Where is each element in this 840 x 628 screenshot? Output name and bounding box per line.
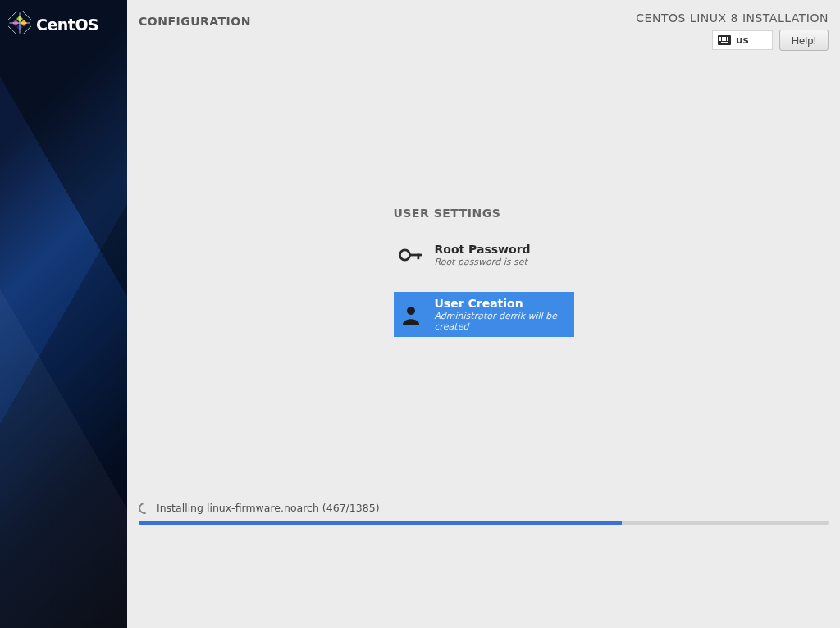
footer: Installing linux-firmware.noarch (467/13… — [139, 502, 829, 525]
progress-bar — [139, 521, 829, 525]
keyboard-layout-label: us — [736, 34, 749, 46]
centos-logo-icon — [8, 11, 31, 38]
content: USER SETTINGS Root Password Root passwor… — [127, 51, 840, 628]
keyboard-icon — [718, 35, 731, 45]
sidebar: CentOS — [0, 0, 127, 628]
svg-rect-10 — [724, 37, 726, 39]
topbar: CONFIGURATION CENTOS LINUX 8 INSTALLATIO… — [127, 0, 840, 51]
sidebar-pattern — [0, 0, 127, 628]
product-title: CENTOS LINUX 8 INSTALLATION — [636, 11, 829, 25]
key-icon — [399, 243, 423, 267]
brand-logo-wrap: CentOS — [0, 0, 127, 49]
svg-rect-9 — [722, 37, 724, 39]
svg-rect-19 — [417, 254, 419, 260]
svg-rect-16 — [721, 42, 728, 43]
page-title: CONFIGURATION — [139, 11, 251, 28]
spoke-root-password[interactable]: Root Password Root password is set — [394, 238, 574, 272]
user-settings-heading: USER SETTINGS — [394, 207, 574, 220]
svg-rect-11 — [727, 37, 728, 39]
svg-rect-12 — [719, 39, 721, 41]
spoke-user-creation-text: User Creation Administrator derrik will … — [435, 297, 569, 332]
top-right-block: CENTOS LINUX 8 INSTALLATION us Help! — [636, 11, 829, 51]
brand-text: CentOS — [36, 16, 98, 34]
help-button[interactable]: Help! — [779, 30, 829, 51]
status-row: Installing linux-firmware.noarch (467/13… — [139, 502, 829, 514]
svg-rect-18 — [409, 254, 422, 257]
spoke-root-password-text: Root Password Root password is set — [435, 243, 531, 267]
user-icon — [399, 303, 423, 327]
svg-rect-14 — [724, 39, 726, 41]
user-creation-title: User Creation — [435, 297, 569, 310]
progress-status-text: Installing linux-firmware.noarch (467/13… — [157, 502, 380, 514]
svg-point-20 — [407, 307, 415, 315]
keyboard-layout-indicator[interactable]: us — [712, 30, 773, 50]
root-password-status: Root password is set — [435, 257, 531, 267]
svg-rect-15 — [727, 39, 728, 41]
spinner-icon — [136, 500, 152, 516]
svg-rect-13 — [722, 39, 724, 41]
user-creation-status: Administrator derrik will be created — [435, 311, 569, 332]
svg-rect-8 — [719, 37, 721, 39]
svg-point-17 — [399, 250, 409, 260]
progress-bar-fill — [139, 521, 622, 525]
spoke-user-creation[interactable]: User Creation Administrator derrik will … — [394, 292, 574, 337]
main-panel: CONFIGURATION CENTOS LINUX 8 INSTALLATIO… — [127, 0, 840, 628]
top-right-row: us Help! — [712, 30, 829, 51]
root-password-title: Root Password — [435, 243, 531, 256]
